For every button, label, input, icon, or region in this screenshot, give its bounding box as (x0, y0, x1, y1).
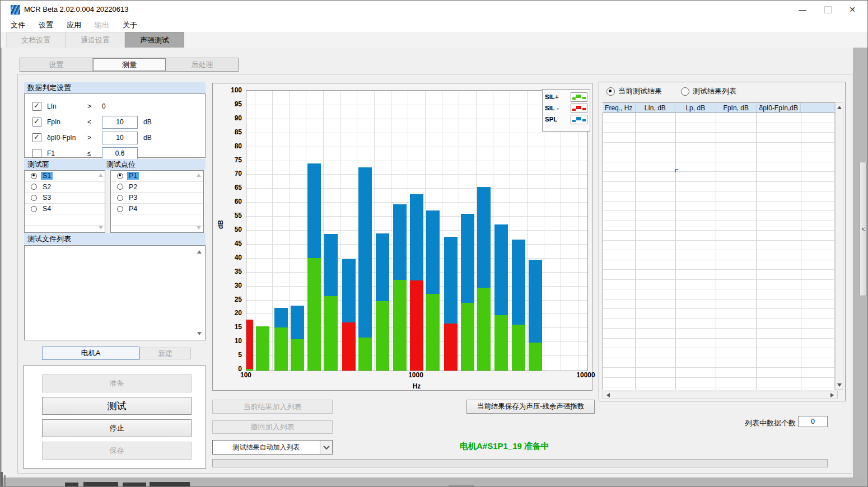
table-row (603, 339, 835, 349)
surface-label[interactable]: S3 (41, 194, 53, 202)
table-row (603, 211, 835, 221)
surface-label[interactable]: S1 (41, 172, 53, 180)
scroll-left-icon[interactable] (604, 391, 612, 399)
surface-row[interactable]: S4 (25, 204, 105, 215)
legend-label: SIL - (545, 105, 559, 111)
table-vscrollbar[interactable] (835, 102, 843, 390)
bar-SIL+-500 (358, 338, 372, 371)
tab[interactable]: 文档设置 (6, 32, 66, 48)
column-header[interactable]: LIn, dB (636, 103, 675, 113)
point-row[interactable]: P1 (111, 171, 203, 182)
radio-unselected-icon[interactable] (117, 206, 123, 212)
surface-label[interactable]: S4 (41, 205, 53, 213)
subtab[interactable]: 后处理 (166, 58, 238, 71)
checkbox[interactable] (32, 149, 41, 158)
menu-item: 输出 (88, 18, 116, 32)
scroll-up-icon[interactable] (197, 250, 202, 254)
surface-row[interactable]: S1 (25, 171, 105, 182)
subtab[interactable]: 设置 (20, 58, 93, 71)
checkbox[interactable] (32, 102, 41, 111)
count-input[interactable] (798, 416, 828, 427)
scroll-up-icon[interactable] (836, 103, 843, 111)
bar-SIL+-2500 (477, 288, 491, 371)
legend-swatch-icon (571, 92, 587, 102)
point-row[interactable]: P2 (111, 182, 203, 193)
motor-a-button[interactable]: 电机A (42, 346, 139, 360)
checkbox[interactable] (32, 118, 41, 127)
radio-current-label: 当前测试结果 (618, 86, 662, 96)
radio-unselected-icon[interactable] (117, 184, 123, 190)
action-button[interactable]: 测试 (42, 397, 192, 415)
point-label[interactable]: P1 (127, 172, 139, 180)
column-header[interactable]: FpIn, dB (716, 103, 757, 113)
condition-value-input[interactable] (102, 147, 138, 160)
radio-unselected-icon[interactable] (31, 184, 37, 190)
table-row (603, 231, 835, 241)
new-button[interactable]: 新建 (139, 348, 191, 359)
radio-selected-icon[interactable] (117, 173, 123, 179)
column-header[interactable]: Lp, dB (675, 103, 716, 113)
add-current-result-button[interactable]: 当前结果加入列表 (212, 400, 333, 414)
menu-item[interactable]: 设置 (32, 18, 60, 32)
minimize-button[interactable]: — (793, 3, 812, 16)
surface-label[interactable]: S2 (41, 183, 53, 191)
auto-add-dropdown[interactable]: 测试结果自动加入列表 (212, 440, 333, 455)
results-table[interactable] (603, 113, 835, 390)
radio-current-result[interactable]: 当前测试结果 (606, 86, 662, 96)
condition-unit: dB (143, 134, 152, 142)
file-list-header: 测试文件列表 (24, 233, 206, 245)
maximize-button[interactable] (818, 3, 837, 16)
point-row[interactable]: P3 (111, 193, 203, 204)
tab[interactable]: 通道设置 (66, 32, 125, 48)
column-header[interactable] (801, 103, 835, 113)
bar-SIL--1600 (444, 324, 458, 371)
minimize-icon: — (799, 5, 806, 14)
judge-condition-row: FpIn<dB (25, 115, 205, 129)
surface-row (25, 226, 105, 233)
checkbox[interactable] (32, 133, 41, 142)
spectrum-plot (246, 90, 588, 371)
surface-row[interactable]: S3 (25, 193, 105, 204)
bar-SIL+-800 (393, 280, 407, 371)
radio-unselected-icon[interactable] (31, 206, 37, 212)
y-tick: 60 (227, 198, 242, 205)
bar-SIL--100 (246, 320, 253, 371)
menu-item[interactable]: 关于 (116, 18, 144, 32)
column-header[interactable]: δpI0-FpIn,dB (757, 103, 801, 113)
action-button[interactable]: 停止 (42, 419, 192, 437)
scroll-right-icon[interactable] (828, 391, 836, 399)
table-row (603, 319, 835, 329)
surface-row[interactable]: S2 (25, 182, 105, 193)
condition-value-input[interactable] (102, 132, 138, 144)
table-hscrollbar[interactable] (603, 391, 838, 399)
action-button[interactable]: 准备 (42, 374, 192, 392)
point-row (111, 226, 203, 233)
action-button[interactable]: 保存 (42, 442, 192, 460)
menu-item[interactable]: 应用 (60, 18, 88, 32)
panel-collapse-handle[interactable]: < (860, 162, 867, 296)
radio-result-list[interactable]: 测试结果列表 (681, 86, 736, 96)
tab[interactable]: 声强测试 (125, 32, 184, 48)
column-header[interactable]: Freq., Hz (603, 103, 636, 113)
radio-selected-icon[interactable] (31, 173, 37, 179)
radio-unselected-icon[interactable] (31, 195, 37, 201)
condition-value-input[interactable] (102, 116, 138, 129)
scroll-down-icon[interactable] (836, 381, 843, 389)
point-label[interactable]: P2 (127, 183, 139, 191)
bar-SIL+-630 (376, 301, 389, 371)
table-row (603, 348, 835, 358)
point-row[interactable]: P4 (111, 204, 203, 215)
test-file-list[interactable] (24, 245, 206, 340)
close-button[interactable]: ✕ (843, 3, 862, 16)
point-label[interactable]: P4 (127, 205, 139, 213)
table-row (603, 250, 835, 260)
menu-item[interactable]: 文件 (4, 18, 32, 32)
save-as-pressure-index-button[interactable]: 当前结果保存为声压-残余声强指数 (466, 400, 595, 414)
bottom-window-strip (1, 477, 868, 487)
tabbar: 文档设置通道设置声强测试 (1, 32, 867, 48)
scroll-down-icon[interactable] (197, 332, 202, 335)
undo-add-button[interactable]: 撤回加入列表 (212, 420, 333, 434)
point-label[interactable]: P3 (127, 194, 139, 202)
subtab[interactable]: 测量 (93, 58, 166, 71)
radio-unselected-icon[interactable] (117, 195, 123, 201)
